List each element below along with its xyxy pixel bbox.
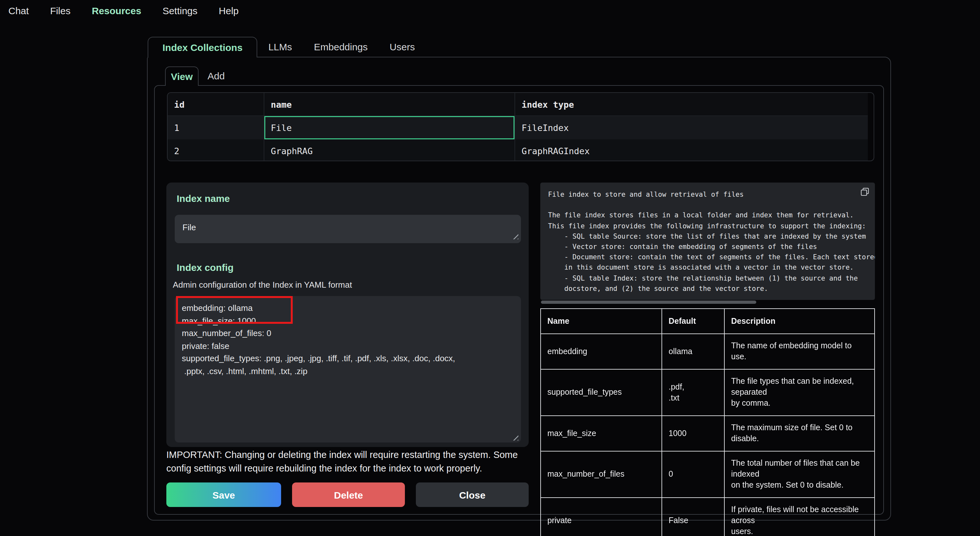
collections-col-header-index-type: index type	[514, 93, 868, 116]
index-config-textarea[interactable]: embedding: ollamamax_file_size: 1000max_…	[175, 296, 521, 442]
spec-cell-description: If private, files will not be accessible…	[724, 498, 875, 536]
delete-button[interactable]: Delete	[292, 482, 405, 507]
index-collections-table: idnameindex type 1FileFileIndex2GraphRAG…	[167, 92, 874, 161]
table-row: 1FileFileIndex	[168, 116, 868, 139]
spec-row: embeddingollamaThe name of embedding mod…	[541, 334, 875, 369]
nav-item-chat[interactable]: Chat	[8, 5, 29, 16]
index-type-description: File index to store and allow retrieval …	[540, 182, 875, 300]
yaml-line: max_number_of_files: 0	[182, 327, 514, 340]
yaml-line: embedding: ollama	[182, 302, 514, 314]
index-edit-form: Index name File Index config Admin confi…	[166, 182, 529, 447]
yaml-line: private: false	[182, 340, 514, 352]
spec-cell-default: .pdf,.txt	[662, 369, 724, 416]
important-warning-text: IMPORTANT: Changing or deleting the inde…	[166, 448, 537, 475]
tab-embeddings[interactable]: Embeddings	[303, 37, 379, 57]
tab-index-collections[interactable]: Index Collections	[148, 37, 257, 57]
description-line: - Document store: contain the text of se…	[548, 252, 867, 262]
tab-users[interactable]: Users	[379, 37, 426, 57]
spec-cell-name: embedding	[541, 334, 662, 369]
spec-row: privateFalseIf private, files will not b…	[541, 498, 875, 536]
spec-row: max_number_of_files0The total number of …	[541, 451, 875, 498]
spec-cell-default: 0	[662, 451, 724, 498]
top-nav: ChatFilesResourcesSettingsHelp	[8, 5, 239, 16]
spec-cell-default: ollama	[662, 334, 724, 369]
index-name-label: Index name	[177, 193, 230, 204]
description-line: This file index provides the following i…	[548, 220, 867, 231]
yaml-line: max_file_size: 1000	[182, 314, 514, 327]
spec-cell-name: max_number_of_files	[541, 451, 662, 498]
collections-header-row: idnameindex type	[168, 93, 868, 116]
warning-line: config settings will require rebuilding …	[166, 461, 537, 475]
spec-col-header-description: Description	[724, 309, 875, 334]
view-add-tab-bar: ViewAdd	[165, 67, 234, 86]
description-line: docstore, and (2) the source and the vec…	[548, 283, 867, 294]
resource-tab-bar: Index CollectionsLLMsEmbeddingsUsers	[148, 37, 426, 57]
yaml-line: .pptx, .csv, .html, .mhtml, .txt, .zip	[182, 365, 514, 377]
table-row: 2GraphRAGGraphRAGIndex	[168, 139, 868, 161]
close-button[interactable]: Close	[416, 482, 529, 507]
collections-cell-index-type[interactable]: FileIndex	[514, 116, 868, 139]
spec-cell-description: The total number of files that can be in…	[724, 451, 875, 498]
description-line	[548, 199, 867, 210]
index-config-help: Admin configuration of the Index in YAML…	[173, 280, 352, 290]
spec-cell-name: private	[541, 498, 662, 536]
description-line: - Vector store: contain the embedding of…	[548, 241, 867, 252]
spec-row: max_file_size1000The maximum size of fil…	[541, 416, 875, 451]
description-line: in this document store is associated wit…	[548, 262, 867, 273]
collections-cell-id[interactable]: 1	[168, 116, 264, 139]
nav-item-settings[interactable]: Settings	[162, 5, 197, 16]
spec-col-header-default: Default	[662, 309, 724, 334]
spec-cell-description: The file types that can be indexed, sepa…	[724, 369, 875, 416]
yaml-line: supported_file_types: .png, .jpeg, .jpg,…	[182, 352, 514, 365]
collections-col-header-id: id	[168, 93, 264, 116]
tab-llms[interactable]: LLMs	[257, 37, 303, 57]
description-line: - SQL table Index: store the relationshi…	[548, 273, 867, 283]
description-line: File index to store and allow retrieval …	[548, 189, 867, 199]
index-name-input[interactable]: File	[175, 215, 521, 243]
spec-cell-default: False	[662, 498, 724, 536]
collections-cell-id[interactable]: 2	[168, 139, 264, 161]
collections-cell-name[interactable]: GraphRAG	[264, 139, 514, 161]
spec-cell-default: 1000	[662, 416, 724, 451]
nav-item-help[interactable]: Help	[219, 5, 239, 16]
description-line: The file index stores files in a local f…	[548, 210, 867, 220]
spec-row: supported_file_types.pdf,.txtThe file ty…	[541, 369, 875, 416]
collections-cell-index-type[interactable]: GraphRAGIndex	[514, 139, 868, 161]
app-root: ChatFilesResourcesSettingsHelp Index Col…	[0, 0, 980, 536]
nav-item-files[interactable]: Files	[50, 5, 70, 16]
description-line: - SQL table Source: store the list of fi…	[548, 231, 867, 241]
horizontal-scrollbar-thumb[interactable]	[541, 301, 756, 304]
index-config-label: Index config	[177, 262, 234, 273]
collections-cell-name[interactable]: File	[264, 116, 514, 139]
collections-col-header-name: name	[264, 93, 514, 116]
spec-cell-name: supported_file_types	[541, 369, 662, 416]
spec-header-row: NameDefaultDescription	[541, 309, 875, 334]
subtab-add[interactable]: Add	[199, 67, 234, 86]
spec-cell-name: max_file_size	[541, 416, 662, 451]
spec-cell-description: The maximum size of file. Set 0 to disab…	[724, 416, 875, 451]
spec-col-header-name: Name	[541, 309, 662, 334]
subtab-view[interactable]: View	[165, 67, 199, 86]
warning-line: IMPORTANT: Changing or deleting the inde…	[166, 448, 537, 461]
index-config-spec-table: NameDefaultDescription embeddingollamaTh…	[540, 308, 875, 536]
nav-item-resources[interactable]: Resources	[92, 5, 141, 16]
save-button[interactable]: Save	[166, 482, 281, 507]
copy-icon[interactable]	[861, 188, 869, 196]
spec-cell-description: The name of embedding model to use.	[724, 334, 875, 369]
